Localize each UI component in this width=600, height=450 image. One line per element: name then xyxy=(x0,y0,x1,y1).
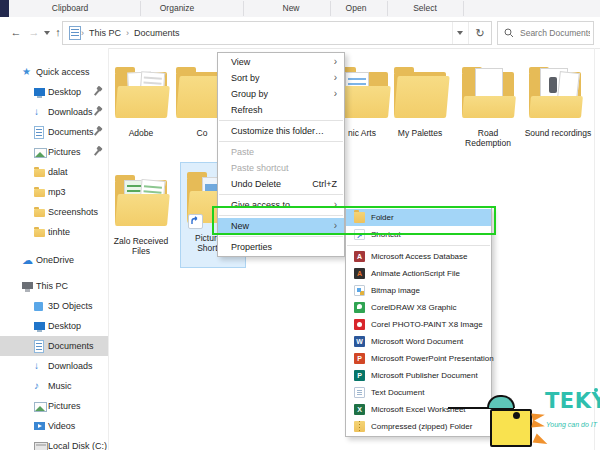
submenu-arrow-icon: › xyxy=(334,70,337,86)
submenu-item-photo-paint-image[interactable]: Corel PHOTO-PAINT X8 Image xyxy=(346,316,491,333)
menu-item-customize-this-folder[interactable]: Customize this folder… xyxy=(218,123,344,139)
search-input[interactable] xyxy=(518,27,592,39)
background-window-corner xyxy=(0,0,9,17)
download-arrow-icon xyxy=(34,360,39,372)
submenu-item-bitmap-image[interactable]: Bitmap image xyxy=(346,282,491,299)
menu-item-view[interactable]: View› xyxy=(218,54,344,70)
menu-item-undo-delete[interactable]: Undo DeleteCtrl+Z xyxy=(218,176,344,192)
navigation-pane: Quick access Desktop Downloads Documents… xyxy=(0,48,108,450)
sidebar-item-videos[interactable]: Videos xyxy=(0,416,108,436)
folder-icon xyxy=(34,209,45,217)
submenu-arrow-icon: › xyxy=(334,86,337,102)
recorder-glyph xyxy=(549,77,557,93)
location-icon xyxy=(69,26,81,40)
file-item-sound-recordings[interactable]: Sound recordings xyxy=(523,58,587,138)
ribbon-group-strip: Clipboard Organize New Open Select xyxy=(0,0,600,18)
address-dropdown-button[interactable] xyxy=(452,22,468,44)
search-box[interactable] xyxy=(497,21,594,45)
submenu-item-word-document[interactable]: Microsoft Word Document xyxy=(346,333,491,350)
submenu-item-actionscript-file[interactable]: Animate ActionScript File xyxy=(346,265,491,282)
folder-icon xyxy=(34,229,45,237)
menu-item-paste[interactable]: Paste xyxy=(218,144,344,160)
onedrive-cloud-icon xyxy=(22,254,33,266)
actionscript-icon xyxy=(354,268,365,279)
sidebar-item-pictures[interactable]: Pictures xyxy=(0,142,108,162)
submenu-item-publisher-document[interactable]: Microsoft Publisher Document xyxy=(346,367,491,384)
sidebar-item-desktop-pc[interactable]: Desktop xyxy=(0,316,108,336)
folder-icon xyxy=(114,66,168,118)
menu-item-paste-shortcut[interactable]: Paste shortcut xyxy=(218,160,344,176)
desktop-icon xyxy=(34,88,45,96)
pictures-icon xyxy=(34,402,47,412)
submenu-item-coreldraw-graphic[interactable]: CorelDRAW X8 Graphic xyxy=(346,299,491,316)
sidebar-item-screenshots[interactable]: Screenshots xyxy=(0,202,108,222)
menu-item-sort-by[interactable]: Sort by› xyxy=(218,70,344,86)
refresh-icon[interactable] xyxy=(468,22,491,44)
address-bar[interactable]: › This PC › Documents xyxy=(62,21,492,45)
document-icon xyxy=(34,126,44,139)
sidebar-item-downloads-pc[interactable]: Downloads xyxy=(0,356,108,376)
download-arrow-icon xyxy=(34,106,39,118)
photopaint-icon xyxy=(354,319,365,330)
sidebar-item-local-disk-c[interactable]: Local Disk (C:) xyxy=(0,436,108,450)
ribbon-separator xyxy=(140,1,141,16)
forward-icon[interactable] xyxy=(26,23,42,41)
word-icon xyxy=(354,336,365,347)
sidebar-item-this-pc[interactable]: This PC xyxy=(0,276,108,296)
menu-item-refresh[interactable]: Refresh xyxy=(218,102,344,118)
back-icon[interactable] xyxy=(8,23,24,41)
folder-icon xyxy=(34,169,45,177)
videos-icon xyxy=(34,422,45,430)
breadcrumb-documents[interactable]: Documents xyxy=(129,28,185,38)
music-note-icon xyxy=(34,380,39,392)
sidebar-item-3d-objects[interactable]: 3D Objects xyxy=(0,296,108,316)
sidebar-item-downloads[interactable]: Downloads xyxy=(0,102,108,122)
pin-icon xyxy=(94,129,100,136)
folder-icon xyxy=(528,66,582,118)
brand-dot xyxy=(594,388,598,392)
sidebar-item-desktop[interactable]: Desktop xyxy=(0,82,108,102)
sidebar-item-tinhte[interactable]: tinhte xyxy=(0,222,108,242)
sidebar-item-quick-access[interactable]: Quick access xyxy=(0,62,108,82)
search-icon xyxy=(504,28,514,38)
computer-icon xyxy=(22,282,33,289)
teky-logo: TEKY Young can do IT xyxy=(448,388,600,450)
folder-icon xyxy=(114,174,168,226)
menu-separator xyxy=(219,194,343,195)
ribbon-group-clipboard: Clipboard xyxy=(52,3,88,13)
accelerator-label: Ctrl+Z xyxy=(312,176,337,192)
menu-separator xyxy=(219,141,343,142)
document-icon xyxy=(34,340,44,353)
sidebar-item-documents-pc[interactable]: Documents xyxy=(0,336,108,356)
folder-icon xyxy=(393,66,447,118)
file-item-road-redemption[interactable]: Road Redemption xyxy=(456,58,520,148)
bird-cap xyxy=(487,395,515,408)
publisher-icon xyxy=(354,370,365,381)
pin-icon xyxy=(94,89,100,96)
ribbon-group-new: New xyxy=(282,3,299,13)
sidebar-item-music[interactable]: Music xyxy=(0,376,108,396)
file-item-zalo-received-files[interactable]: Zalo Received Files xyxy=(109,166,173,256)
menu-item-group-by[interactable]: Group by› xyxy=(218,86,344,102)
sidebar-item-pictures-pc[interactable]: Pictures xyxy=(0,396,108,416)
chevron-down-icon xyxy=(457,31,463,35)
submenu-item-powerpoint-presentation[interactable]: Microsoft PowerPoint Presentation xyxy=(346,350,491,367)
file-explorer-window: Clipboard Organize New Open Select › Thi… xyxy=(0,0,600,450)
access-icon xyxy=(354,251,365,262)
breadcrumb-this-pc[interactable]: This PC xyxy=(84,28,126,38)
submenu-item-access-database[interactable]: Microsoft Access Database xyxy=(346,248,491,265)
file-item-my-palettes[interactable]: My Palettes xyxy=(388,58,452,138)
menu-item-properties[interactable]: Properties xyxy=(218,239,344,255)
ribbon-group-select: Select xyxy=(413,3,437,13)
sidebar-item-mp3[interactable]: mp3 xyxy=(0,182,108,202)
sidebar-item-documents[interactable]: Documents xyxy=(0,122,108,142)
text-document-icon xyxy=(354,387,365,398)
ribbon-separator xyxy=(463,1,464,16)
pictures-icon xyxy=(34,148,47,158)
sidebar-item-onedrive[interactable]: OneDrive xyxy=(0,250,108,270)
navigation-bar: › This PC › Documents xyxy=(0,17,600,49)
desktop-icon xyxy=(34,322,45,330)
sidebar-item-dalat[interactable]: dalat xyxy=(0,162,108,182)
coreldraw-icon xyxy=(354,302,365,313)
file-item-adobe[interactable]: Adobe xyxy=(109,58,173,138)
